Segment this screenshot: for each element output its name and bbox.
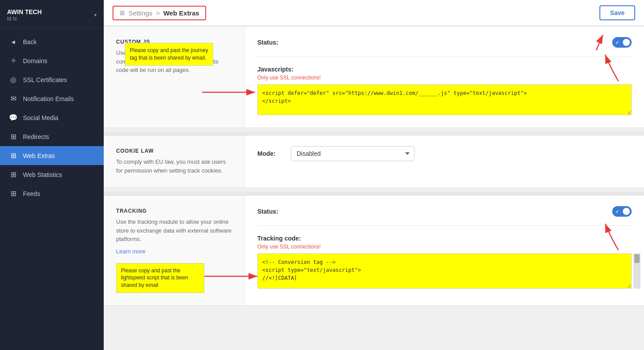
back-icon: ◂ bbox=[9, 38, 18, 46]
tracking-right: Status: ✓ bbox=[245, 196, 644, 305]
sidebar-item-label-web-statistics: Web Statistics bbox=[23, 171, 62, 178]
domains-icon: ✧ bbox=[9, 56, 18, 65]
cookie-law-mode-label: Mode: bbox=[257, 150, 284, 157]
sidebar-item-ssl[interactable]: ◎ SSL Certificates bbox=[0, 70, 104, 89]
divider-1 bbox=[104, 132, 644, 135]
sidebar-item-label-social-media: Social Media bbox=[23, 114, 58, 121]
custom-js-left: CUSTOM JS Use the JavaScript tracking mo… bbox=[104, 26, 245, 128]
web-extras-icon: ⊞ bbox=[9, 151, 18, 160]
sidebar-item-redirects[interactable]: ⊞ Redirects bbox=[0, 127, 104, 146]
tracking-tooltip: Please copy and past the lightspeed scri… bbox=[116, 263, 204, 293]
sidebar-item-web-statistics[interactable]: ⊞ Web Statistics bbox=[0, 165, 104, 184]
sidebar-item-social-media[interactable]: 💬 Social Media bbox=[0, 108, 104, 127]
social-media-icon: 💬 bbox=[9, 113, 18, 122]
breadcrumb-current: Web Extras bbox=[163, 9, 199, 17]
cookie-law-left: COOKIE LAW To comply with EU law, you mu… bbox=[104, 135, 245, 188]
feeds-icon: ⊞ bbox=[9, 189, 18, 198]
brand-sub: M N bbox=[7, 16, 42, 22]
scrollbar-thumb[interactable] bbox=[634, 254, 640, 263]
sidebar-item-feeds[interactable]: ⊞ Feeds bbox=[0, 184, 104, 203]
save-button[interactable]: Save bbox=[599, 5, 635, 20]
scrollbar-track[interactable] bbox=[633, 253, 640, 289]
sidebar-nav: ◂ Back ✧ Domains ◎ SSL Certificates ✉ No… bbox=[0, 29, 104, 207]
main: ⊞ Settings > Web Extras Save CUSTOM JS U… bbox=[104, 0, 644, 350]
sidebar-brand[interactable]: AWIN TECH M N ▾ bbox=[0, 0, 104, 29]
breadcrumb-separator: > bbox=[156, 9, 160, 17]
custom-js-status-label: Status: bbox=[257, 39, 278, 46]
cookie-law-title: COOKIE LAW bbox=[116, 148, 232, 154]
sidebar-item-label-web-extras: Web Extras bbox=[23, 152, 55, 159]
redirects-icon: ⊞ bbox=[9, 132, 18, 141]
brand-name: AWIN TECH bbox=[7, 8, 42, 16]
custom-js-field-sublabel: Only use SSL connections! bbox=[257, 75, 632, 81]
custom-js-toggle[interactable]: ✓ bbox=[612, 37, 632, 48]
tracking-section: TRACKING Use the tracking module to allo… bbox=[104, 195, 644, 306]
brand-chevron: ▾ bbox=[94, 12, 97, 18]
custom-js-right: Status: bbox=[245, 26, 644, 128]
breadcrumb-settings: Settings bbox=[128, 9, 152, 17]
sidebar-item-web-extras[interactable]: ⊞ Web Extras bbox=[0, 146, 104, 165]
custom-js-status-row: Status: bbox=[257, 37, 632, 48]
custom-js-toggle-arrow bbox=[561, 30, 605, 53]
tracking-code-textarea[interactable]: <!-- Conversion tag --> <script type="te… bbox=[257, 253, 632, 289]
sidebar-item-label-feeds: Feeds bbox=[23, 190, 40, 197]
web-statistics-icon: ⊞ bbox=[9, 170, 18, 179]
ssl-icon: ◎ bbox=[9, 75, 18, 84]
tracking-code-sublabel: Only use SSL connections! bbox=[257, 244, 632, 250]
tracking-status-label: Status: bbox=[257, 208, 278, 215]
cookie-law-right: Mode: Disabled Basic Advanced bbox=[245, 135, 644, 188]
custom-js-section: CUSTOM JS Use the JavaScript tracking mo… bbox=[104, 26, 644, 128]
sidebar-item-label-notification-emails: Notification Emails bbox=[23, 95, 74, 102]
sidebar-item-notification-emails[interactable]: ✉ Notification Emails bbox=[0, 89, 104, 108]
sidebar-item-label-domains: Domains bbox=[23, 57, 47, 64]
sidebar-item-label-redirects: Redirects bbox=[23, 133, 49, 140]
cookie-law-section: COOKIE LAW To comply with EU law, you mu… bbox=[104, 135, 644, 188]
cookie-law-mode-row: Mode: Disabled Basic Advanced bbox=[257, 146, 632, 161]
tracking-desc: Use the tracking module to allow your on… bbox=[116, 218, 232, 244]
sidebar-item-label-ssl: SSL Certificates bbox=[23, 76, 67, 83]
notification-emails-icon: ✉ bbox=[9, 94, 18, 103]
sidebar: AWIN TECH M N ▾ ◂ Back ✧ Domains ◎ SSL C… bbox=[0, 0, 104, 350]
sidebar-item-back[interactable]: ◂ Back bbox=[0, 32, 104, 51]
tracking-left: TRACKING Use the tracking module to allo… bbox=[104, 196, 245, 305]
tracking-learn-more[interactable]: Learn more bbox=[116, 248, 145, 255]
tracking-title: TRACKING bbox=[116, 208, 232, 214]
sidebar-item-domains[interactable]: ✧ Domains bbox=[0, 51, 104, 70]
custom-js-code-textarea[interactable]: <script defer="defer" src="https://www.d… bbox=[257, 84, 632, 115]
custom-js-field-label: Javascripts: bbox=[257, 66, 632, 73]
cookie-law-mode-select[interactable]: Disabled Basic Advanced bbox=[291, 146, 414, 161]
sidebar-item-label-back: Back bbox=[23, 38, 37, 45]
tracking-status-row: Status: ✓ bbox=[257, 206, 632, 217]
tracking-code-label: Tracking code: bbox=[257, 235, 632, 242]
tracking-toggle[interactable]: ✓ bbox=[612, 206, 632, 217]
content: CUSTOM JS Use the JavaScript tracking mo… bbox=[104, 26, 644, 350]
divider-2 bbox=[104, 192, 644, 195]
cookie-law-desc: To comply with EU law, you must ask user… bbox=[116, 158, 232, 175]
breadcrumb-icon: ⊞ bbox=[120, 9, 125, 16]
breadcrumb: ⊞ Settings > Web Extras bbox=[113, 6, 206, 20]
header: ⊞ Settings > Web Extras Save bbox=[104, 0, 644, 26]
custom-js-tooltip: Please copy and past the journey tag tha… bbox=[125, 43, 213, 66]
